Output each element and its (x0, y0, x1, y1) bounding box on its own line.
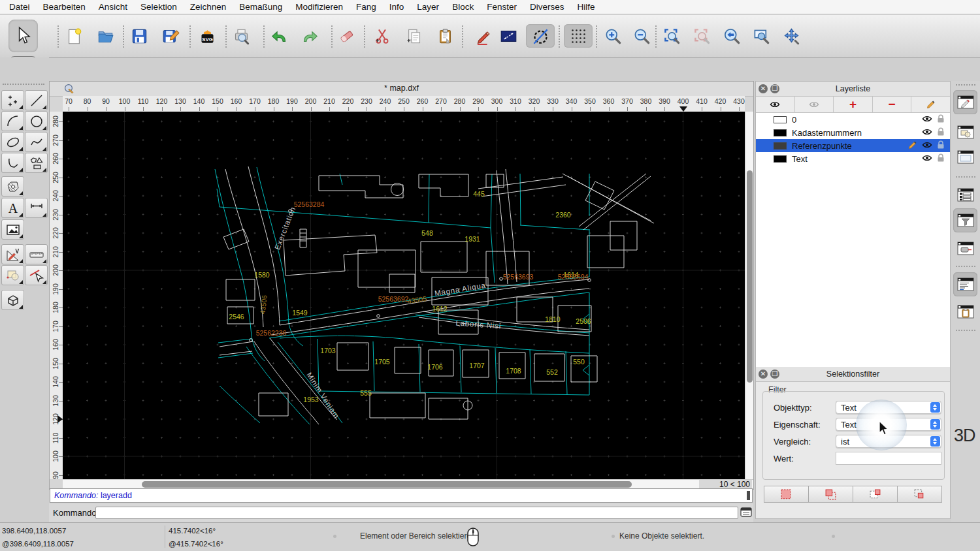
menu-bearbeiten[interactable]: Bearbeiten (37, 2, 92, 12)
dock-property-editor-button[interactable] (953, 90, 977, 114)
layer-row-referenzpunkte[interactable]: Referenzpunkte (756, 139, 950, 152)
open-file-button[interactable] (94, 24, 116, 48)
dock-clipboard-button[interactable] (953, 300, 977, 324)
keyboard-icon[interactable] (740, 507, 752, 518)
draw-shape-button[interactable] (25, 153, 48, 173)
draw-circle-button[interactable] (25, 111, 48, 131)
zoom-out-button[interactable] (630, 24, 653, 48)
command-input[interactable] (95, 507, 738, 519)
layer-visibility-eye-icon[interactable] (922, 128, 932, 138)
zoom-previous-button[interactable] (721, 24, 743, 48)
grid-toggle-button[interactable] (564, 24, 593, 48)
add-to-selection-button[interactable] (808, 486, 853, 503)
select-tools-button[interactable] (25, 265, 48, 285)
menu-diverses[interactable]: Diverses (523, 2, 571, 12)
new-file-button[interactable] (63, 24, 85, 48)
add-layer-button[interactable]: + (834, 97, 873, 112)
delete-eraser-button[interactable] (335, 24, 357, 48)
dock-cam-tools-button[interactable] (953, 236, 977, 260)
stepper-icon[interactable] (930, 419, 940, 430)
redo-button[interactable] (299, 24, 321, 48)
draw-dimension-button[interactable] (25, 198, 48, 218)
edit-layer-button[interactable] (911, 97, 950, 112)
menu-block[interactable]: Block (446, 2, 480, 12)
remove-from-selection-button[interactable] (853, 486, 898, 503)
menu-modifizieren[interactable]: Modifizieren (289, 2, 350, 12)
draw-line-button[interactable] (25, 90, 48, 110)
dock-drag-handle[interactable] (956, 84, 975, 86)
filter-select-vergleich[interactable]: ist (836, 435, 941, 448)
cut-button[interactable] (371, 24, 393, 48)
select-matching-button[interactable] (764, 486, 809, 503)
menu-selektion[interactable]: Selektion (134, 2, 184, 12)
save-as-button[interactable] (159, 24, 182, 48)
canvas-horizontal-scrollbar[interactable]: 10 < 100 (63, 479, 753, 489)
draw-arc-button[interactable] (1, 111, 24, 131)
modify-tools-button[interactable] (1, 244, 24, 264)
layer-edit-pencil-icon[interactable] (908, 140, 917, 151)
dock-command-line-button[interactable] (953, 272, 977, 296)
layer-row-kadasternummern[interactable]: Kadasternummern (756, 126, 950, 139)
menu-bema-ung[interactable]: Bemaßung (233, 2, 289, 12)
draw-hatch-button[interactable] (1, 176, 24, 197)
zoom-in-button[interactable] (602, 24, 624, 48)
layer-lock-icon[interactable] (937, 114, 945, 125)
dock-selection-filter-button[interactable] (953, 208, 977, 232)
layer-visibility-eye-icon[interactable] (922, 154, 932, 164)
dock-block-list-button[interactable] (953, 120, 977, 144)
insert-image-button[interactable] (1, 219, 24, 240)
layer-lock-icon[interactable] (937, 127, 945, 138)
menu-fang[interactable]: Fang (350, 2, 383, 12)
menu-hilfe[interactable]: Hilfe (570, 2, 601, 12)
menu-info[interactable]: Info (383, 2, 411, 12)
canvas-vertical-scrollbar[interactable] (745, 112, 753, 479)
block-tools-button[interactable] (1, 265, 24, 285)
draw-text-button[interactable]: A (1, 198, 24, 218)
filter-select-objekttyp[interactable]: Text (836, 401, 941, 414)
menu-fenster[interactable]: Fenster (480, 2, 523, 12)
draw-spline-button[interactable] (25, 132, 48, 152)
menu-layer[interactable]: Layer (410, 2, 446, 12)
pencil-edit-button[interactable] (472, 24, 495, 48)
layer-lock-icon[interactable] (937, 153, 945, 165)
layer-visibility-eye-icon[interactable] (922, 141, 932, 151)
command-history-scrollbar[interactable] (747, 491, 750, 500)
menu-datei[interactable]: Datei (9, 2, 37, 12)
draw-point-button[interactable] (1, 90, 24, 110)
paste-button[interactable] (434, 24, 456, 48)
stepper-icon[interactable] (930, 436, 940, 447)
dock-layer-list-button[interactable] (953, 183, 977, 207)
zoom-window-button[interactable] (750, 24, 772, 48)
measure-tools-button[interactable] (25, 244, 48, 264)
vscroll-thumb[interactable] (747, 170, 753, 383)
layer-row-0[interactable]: 0 (756, 113, 950, 126)
stepper-icon[interactable] (930, 402, 940, 413)
copy-button[interactable] (402, 24, 425, 48)
filter-input-wert[interactable] (836, 452, 941, 465)
zoom-auto-button[interactable] (661, 24, 683, 48)
show-all-layers-button[interactable] (756, 97, 795, 112)
zoom-pan-button[interactable] (780, 24, 802, 48)
intersect-selection-button[interactable] (897, 486, 942, 503)
menu-ansicht[interactable]: Ansicht (92, 2, 134, 12)
draw-polyline-button[interactable] (1, 153, 24, 173)
layer-row-text[interactable]: Text (756, 152, 950, 165)
draw-ellipse-button[interactable] (1, 132, 24, 152)
save-button[interactable] (128, 24, 150, 48)
layer-lock-icon[interactable] (937, 140, 945, 151)
construction-lines-button[interactable] (526, 24, 555, 48)
hscroll-thumb[interactable] (142, 481, 632, 488)
drawing-canvas[interactable]: 4452360548193116141580254615491612181025… (63, 112, 745, 479)
layer-visibility-eye-icon[interactable] (922, 115, 932, 125)
view-3d-button[interactable] (1, 290, 24, 310)
palette-drag-handle[interactable] (3, 84, 44, 85)
remove-layer-button[interactable]: − (873, 97, 912, 112)
svg-export-button[interactable]: SVG (196, 24, 218, 48)
hide-all-layers-button[interactable] (795, 97, 834, 112)
menu-zeichnen[interactable]: Zeichnen (184, 2, 233, 12)
dock-library-browser-button[interactable] (953, 145, 977, 169)
dimension-preview-button[interactable] (497, 24, 519, 48)
drawing-window-titlebar[interactable]: * map.dxf (50, 82, 753, 97)
print-preview-button[interactable] (230, 24, 252, 48)
selection-arrow-button[interactable] (8, 20, 38, 52)
